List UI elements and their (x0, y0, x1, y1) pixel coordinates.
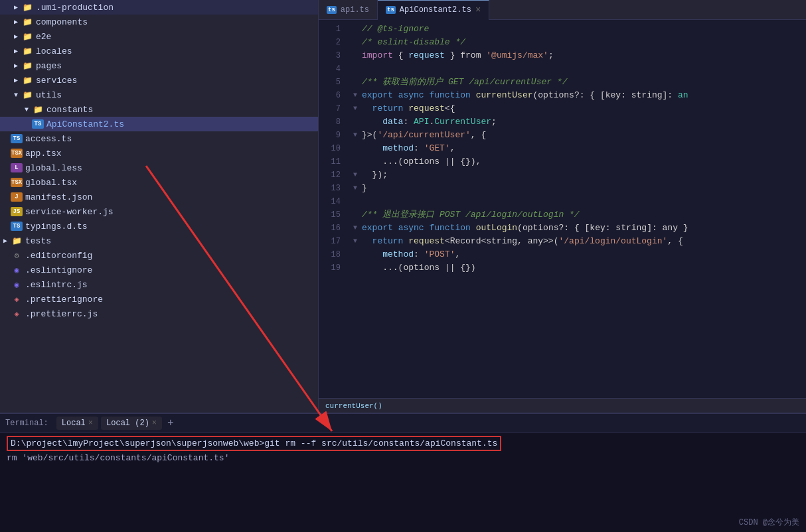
sidebar-label-tests: tests (25, 236, 51, 246)
sidebar-item-typings[interactable]: TS typings.d.ts (0, 219, 318, 233)
folder-icon-services: 📁 (21, 76, 33, 85)
folder-icon-e2e: 📁 (21, 32, 33, 41)
less-icon-global: L (11, 163, 23, 172)
sidebar-item-access[interactable]: TS access.ts (0, 131, 318, 146)
line-content-1: // @ts-ignore (362, 23, 806, 36)
ts-tab-icon-api: ts (327, 6, 337, 14)
line-num-7: 7 (319, 102, 349, 115)
sidebar-label-service-worker: service-worker.js (25, 207, 114, 217)
terminal-tab-bar: Terminal: Local × Local (2) × + (0, 414, 806, 432)
close-terminal-local2[interactable]: × (152, 419, 157, 428)
sidebar-label-utils: utils (36, 90, 62, 100)
sidebar-item-manifest[interactable]: J manifest.json (0, 190, 318, 204)
sidebar-label-manifest: manifest.json (25, 192, 92, 202)
code-line-11: 11 ...(options || {}), (319, 155, 806, 168)
sidebar-item-editorconfig[interactable]: ⚙ .editorconfig (0, 248, 318, 263)
fold-icon-12[interactable]: ▼ (353, 168, 357, 182)
code-line-18: 18 method: 'POST', (319, 248, 806, 261)
line-num-15: 15 (319, 208, 349, 222)
terminal-tab-local1[interactable]: Local × (56, 417, 98, 430)
line-gutter-6: ▼ (349, 89, 362, 102)
sidebar-item-apiconstant2[interactable]: TS ApiConstant2.ts (0, 117, 318, 131)
fold-icon-6[interactable]: ▼ (353, 89, 357, 102)
terminal-tab-local2[interactable]: Local (2) × (101, 417, 162, 430)
sidebar-item-umi-production[interactable]: ▶ 📁 .umi-production (0, 0, 318, 15)
prettier-icon-rc: ◈ (11, 309, 23, 318)
js-icon-service-worker: JS (11, 207, 23, 216)
close-tab-apiconstant2[interactable]: × (475, 5, 481, 15)
fold-icon-9[interactable]: ▼ (353, 129, 357, 142)
code-line-1: 1 // @ts-ignore (319, 23, 806, 36)
code-editor[interactable]: 1 // @ts-ignore 2 /* eslint-disable */ 3… (319, 20, 806, 398)
folder-icon-utils: 📁 (21, 90, 33, 100)
line-content-10: method: 'GET', (362, 142, 806, 155)
line-content-6: export async function currentUser(option… (362, 89, 806, 102)
sidebar-item-prettierrc[interactable]: ◈ .prettierrc.js (0, 306, 318, 321)
fold-icon-17[interactable]: ▼ (353, 235, 357, 248)
sidebar-label-apiconstant2: ApiConstant2.ts (46, 119, 124, 129)
close-terminal-local1[interactable]: × (88, 419, 93, 428)
code-line-10: 10 method: 'GET', (319, 142, 806, 155)
line-num-14: 14 (319, 195, 349, 208)
line-num-6: 6 (319, 89, 349, 102)
line-num-13: 13 (319, 182, 349, 195)
sidebar-item-service-worker[interactable]: JS service-worker.js (0, 204, 318, 219)
sidebar-label-umi: .umi-production (36, 3, 114, 13)
sidebar-item-services[interactable]: ▶ 📁 services (0, 73, 318, 88)
sidebar-label-pages: pages (36, 61, 62, 71)
folder-arrow-pages: ▶ (11, 62, 21, 70)
line-num-16: 16 (319, 222, 349, 235)
tab-apiconstant2[interactable]: ts ApiConstant2.ts × (378, 0, 489, 20)
add-terminal-button[interactable]: + (165, 417, 177, 429)
sidebar-item-locales[interactable]: ▶ 📁 locales (0, 44, 318, 58)
sidebar-label-editorconfig: .editorconfig (25, 251, 92, 261)
fold-icon-13[interactable]: ▼ (353, 182, 357, 195)
code-line-2: 2 /* eslint-disable */ (319, 36, 806, 49)
folder-arrow-umi: ▶ (11, 3, 21, 11)
sidebar-item-prettierignore[interactable]: ◈ .prettierignore (0, 292, 318, 306)
sidebar-item-e2e[interactable]: ▶ 📁 e2e (0, 29, 318, 44)
folder-icon-locales: 📁 (21, 46, 33, 56)
sidebar: ▶ 📁 .umi-production ▶ 📁 components ▶ 📁 e… (0, 0, 319, 413)
sidebar-label-locales: locales (36, 46, 72, 56)
sidebar-label-constants: constants (46, 105, 93, 115)
line-content-12: }); (362, 168, 806, 182)
status-bar: currentUser() (319, 398, 806, 413)
sidebar-item-pages[interactable]: ▶ 📁 pages (0, 58, 318, 73)
tab-api-ts[interactable]: ts api.ts (319, 0, 378, 20)
fold-icon-16[interactable]: ▼ (353, 222, 357, 235)
sidebar-item-eslintrc[interactable]: ◉ .eslintrc.js (0, 277, 318, 292)
sidebar-item-utils[interactable]: ▼ 📁 utils (0, 88, 318, 102)
line-content-7: return request<{ (362, 102, 806, 115)
sidebar-item-global-tsx[interactable]: TSX global.tsx (0, 175, 318, 190)
line-num-2: 2 (319, 36, 349, 49)
code-line-12: 12 ▼ }); (319, 168, 806, 182)
sidebar-item-components[interactable]: ▶ 📁 components (0, 15, 318, 29)
folder-arrow-services: ▶ (11, 76, 21, 84)
terminal-command-line: D:\project\lmyProject\superjson\superjso… (7, 436, 799, 451)
terminal-output-line: rm 'web/src/utils/constants/apiConstant.… (7, 451, 799, 466)
watermark-text: CSDN @念兮为美 (739, 517, 799, 528)
code-line-16: 16 ▼ export async function outLogin(opti… (319, 222, 806, 235)
sidebar-label-services: services (36, 76, 77, 86)
sidebar-label-global-less: global.less (25, 163, 82, 173)
sidebar-label-prettierignore: .prettierignore (25, 295, 103, 304)
line-num-8: 8 (319, 115, 349, 129)
folder-arrow-utils: ▼ (11, 92, 21, 99)
sidebar-item-app-tsx[interactable]: TSX app.tsx (0, 146, 318, 161)
line-gutter-7: ▼ (349, 102, 362, 115)
line-content-9: }>('/api/currentUser', { (362, 129, 806, 142)
editor-area: ts api.ts ts ApiConstant2.ts × 1 // @ts-… (319, 0, 806, 413)
tsx-icon-app: TSX (11, 149, 23, 158)
fold-icon-7[interactable]: ▼ (353, 102, 357, 115)
line-content-13: } (362, 182, 806, 195)
line-num-10: 10 (319, 142, 349, 155)
sidebar-item-global-less[interactable]: L global.less (0, 161, 318, 175)
terminal-content[interactable]: D:\project\lmyProject\superjson\superjso… (0, 432, 806, 532)
sidebar-item-tests[interactable]: ▶ 📁 tests (0, 233, 318, 248)
line-content-17: return request<Record<string, any>>('/ap… (362, 235, 806, 248)
sidebar-label-eslintignore: .eslintignore (25, 265, 92, 275)
sidebar-label-global-tsx: global.tsx (25, 178, 77, 188)
sidebar-item-constants[interactable]: ▼ 📁 constants (0, 102, 318, 117)
sidebar-item-eslintignore[interactable]: ◉ .eslintignore (0, 263, 318, 277)
